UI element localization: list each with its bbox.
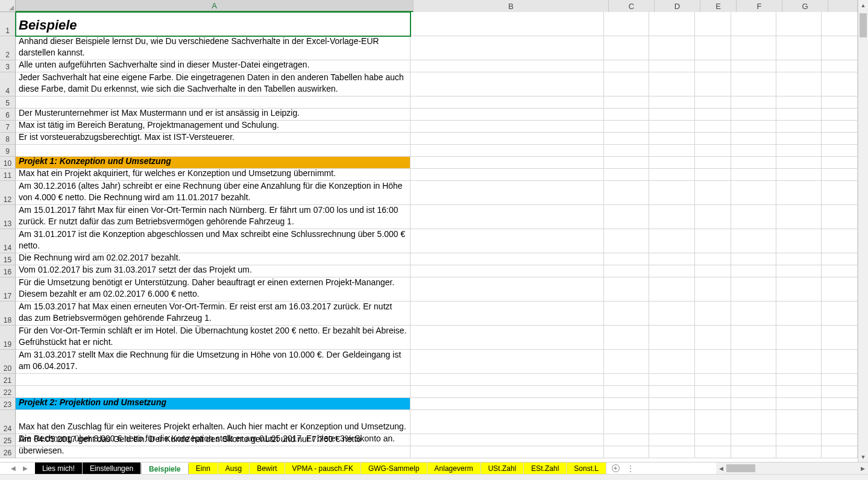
column-header-G[interactable]: G bbox=[782, 0, 828, 12]
cell-E10[interactable] bbox=[695, 157, 731, 169]
cell-C23[interactable] bbox=[604, 398, 649, 410]
cell-D4[interactable] bbox=[649, 72, 694, 96]
cell-C19[interactable] bbox=[604, 326, 649, 350]
scroll-down-icon[interactable]: ▼ bbox=[858, 452, 868, 462]
cell-A19[interactable]: Für den Vor-Ort-Termin schläft er im Hot… bbox=[16, 326, 410, 350]
cell-F20[interactable] bbox=[731, 350, 776, 374]
row-header-25[interactable]: 25 bbox=[0, 434, 16, 446]
cell-A2[interactable]: Anhand dieser Beispiele lernst Du, wie D… bbox=[16, 36, 410, 60]
cell-A13[interactable]: Am 15.01.2017 fährt Max für einen Vor-Or… bbox=[16, 205, 410, 229]
cell-B11[interactable] bbox=[410, 169, 604, 181]
cell-A5[interactable] bbox=[16, 96, 410, 109]
cell-B13[interactable] bbox=[410, 205, 604, 229]
cell-F4[interactable] bbox=[731, 72, 776, 96]
cell-B12[interactable] bbox=[410, 181, 604, 205]
cell-F26[interactable] bbox=[731, 446, 776, 458]
cell-F23[interactable] bbox=[731, 398, 776, 410]
cell-D5[interactable] bbox=[649, 96, 694, 109]
cell-F16[interactable] bbox=[731, 265, 776, 277]
cell-F19[interactable] bbox=[731, 326, 776, 350]
cell-E22[interactable] bbox=[695, 386, 731, 398]
cell-H23[interactable] bbox=[822, 398, 858, 410]
cell-G4[interactable] bbox=[776, 72, 822, 96]
cell-E2[interactable] bbox=[695, 36, 731, 60]
sheet-tab-ust-zahl[interactable]: USt.Zahl bbox=[481, 463, 524, 474]
cell-E9[interactable] bbox=[695, 145, 731, 157]
cell-B14[interactable] bbox=[410, 229, 604, 253]
cell-F5[interactable] bbox=[731, 96, 776, 109]
cell-A7[interactable]: Max ist tätig im Bereich Beratung, Proje… bbox=[16, 121, 410, 133]
cell-E8[interactable] bbox=[695, 133, 731, 145]
cell-A23[interactable]: Projekt 2: Projektion und Umsetzung bbox=[16, 398, 410, 410]
cell-B17[interactable] bbox=[410, 277, 604, 302]
cell-F15[interactable] bbox=[731, 253, 776, 265]
tab-menu-icon[interactable]: ⋮ bbox=[624, 463, 637, 474]
cell-A16[interactable]: Vom 01.02.2017 bis zum 31.03.2017 setzt … bbox=[16, 265, 410, 277]
row-header-10[interactable]: 10 bbox=[0, 157, 16, 169]
cell-E14[interactable] bbox=[695, 229, 731, 253]
cell-A14[interactable]: Am 31.01.2017 ist die Konzeption abgesch… bbox=[16, 229, 410, 253]
sheet-tab-est-zahl[interactable]: ESt.Zahl bbox=[524, 463, 567, 474]
cell-C20[interactable] bbox=[604, 350, 649, 374]
cell-D15[interactable] bbox=[649, 253, 694, 265]
cell-A9[interactable] bbox=[16, 145, 410, 157]
cell-D6[interactable] bbox=[649, 109, 694, 121]
horizontal-scroll-thumb[interactable] bbox=[726, 464, 755, 472]
row-header-11[interactable]: 11 bbox=[0, 169, 16, 181]
cell-C3[interactable] bbox=[604, 60, 649, 72]
cell-B16[interactable] bbox=[410, 265, 604, 277]
cell-D12[interactable] bbox=[649, 181, 694, 205]
row-header-18[interactable]: 18 bbox=[0, 302, 16, 326]
cell-G11[interactable] bbox=[776, 169, 822, 181]
cell-C25[interactable] bbox=[604, 434, 649, 446]
cell-C12[interactable] bbox=[604, 181, 649, 205]
vertical-scrollbar[interactable]: ▲ ▼ bbox=[858, 0, 868, 462]
cell-E15[interactable] bbox=[695, 253, 731, 265]
sheet-tab-anlageverm[interactable]: Anlageverm bbox=[427, 463, 481, 474]
cell-G1[interactable] bbox=[776, 12, 822, 36]
cell-B7[interactable] bbox=[410, 121, 604, 133]
cell-F2[interactable] bbox=[731, 36, 776, 60]
cell-E25[interactable] bbox=[695, 434, 731, 446]
cell-E4[interactable] bbox=[695, 72, 731, 96]
cell-E3[interactable] bbox=[695, 60, 731, 72]
cell-D2[interactable] bbox=[649, 36, 694, 60]
row-header-16[interactable]: 16 bbox=[0, 265, 16, 277]
row-header-8[interactable]: 8 bbox=[0, 133, 16, 145]
cell-H4[interactable] bbox=[822, 72, 858, 96]
cell-B6[interactable] bbox=[410, 109, 604, 121]
cell-F11[interactable] bbox=[731, 169, 776, 181]
cell-B15[interactable] bbox=[410, 253, 604, 265]
cell-H20[interactable] bbox=[822, 350, 858, 374]
cell-E7[interactable] bbox=[695, 121, 731, 133]
sheet-tab-vpma-pausch-fk[interactable]: VPMA - pausch.FK bbox=[285, 463, 361, 474]
column-header-C[interactable]: C bbox=[609, 0, 655, 12]
vertical-scroll-thumb[interactable] bbox=[860, 13, 867, 37]
cell-C4[interactable] bbox=[604, 72, 649, 96]
cell-E26[interactable] bbox=[695, 446, 731, 458]
cell-G3[interactable] bbox=[776, 60, 822, 72]
cell-E1[interactable] bbox=[695, 12, 731, 36]
cell-A8[interactable]: Er ist vorsteuerabzugsberechtigt. Max is… bbox=[16, 133, 410, 145]
cell-H19[interactable] bbox=[822, 326, 858, 350]
cell-C26[interactable] bbox=[604, 446, 649, 458]
cell-G17[interactable] bbox=[776, 277, 822, 302]
cell-H22[interactable] bbox=[822, 386, 858, 398]
row-header-12[interactable]: 12 bbox=[0, 181, 16, 205]
cell-H3[interactable] bbox=[822, 60, 858, 72]
row-header-1[interactable]: 1 bbox=[0, 12, 16, 36]
row-header-23[interactable]: 23 bbox=[0, 398, 16, 410]
cell-F3[interactable] bbox=[731, 60, 776, 72]
cell-B20[interactable] bbox=[410, 350, 604, 374]
cell-E21[interactable] bbox=[695, 374, 731, 386]
sheet-tab-ausg[interactable]: Ausg bbox=[218, 463, 250, 474]
row-header-14[interactable]: 14 bbox=[0, 229, 16, 253]
cell-A15[interactable]: Die Rechnung wird am 02.02.2017 bezahlt. bbox=[16, 253, 410, 265]
cell-A26[interactable]: Am 04.05.2017 geht das Geld ein. Der Kun… bbox=[16, 446, 410, 458]
sheet-tab-einn[interactable]: Einn bbox=[189, 463, 218, 474]
column-header-E[interactable]: E bbox=[700, 0, 737, 12]
column-header-extra[interactable] bbox=[828, 0, 858, 12]
cell-E12[interactable] bbox=[695, 181, 731, 205]
cell-G22[interactable] bbox=[776, 386, 822, 398]
row-header-26[interactable]: 26 bbox=[0, 446, 16, 458]
